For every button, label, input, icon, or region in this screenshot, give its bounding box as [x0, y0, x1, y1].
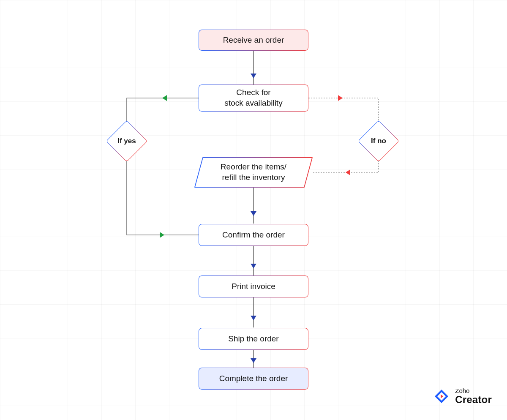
node-check-stock: Check for stock availability: [199, 85, 308, 112]
arrow-down-icon: [251, 264, 256, 268]
node-label: Reorder the items/ refill the inventory: [194, 157, 313, 188]
zoho-creator-logo-icon: [433, 388, 450, 405]
arrow-down-icon: [251, 358, 256, 363]
brand-bottom-text: Creator: [455, 394, 492, 405]
decision-if-yes: If yes: [106, 121, 147, 161]
node-receive-order: Receive an order: [199, 30, 308, 51]
node-label: Ship the order: [228, 334, 278, 344]
node-print-invoice: Print invoice: [199, 275, 308, 297]
arrow-down-icon: [251, 211, 256, 216]
arrow-left-icon: [162, 95, 167, 101]
node-label: Confirm the order: [222, 230, 285, 240]
arrow-right-icon: [160, 232, 164, 238]
arrow-left-icon: [346, 169, 350, 175]
node-reorder-inventory: Reorder the items/ refill the inventory: [194, 157, 313, 188]
node-label: Complete the order: [219, 374, 288, 384]
decision-label: If no: [358, 121, 399, 161]
decision-label: If yes: [106, 121, 147, 161]
node-ship-order: Ship the order: [199, 328, 308, 350]
node-label: Check for stock availability: [224, 87, 282, 108]
connectors: [0, 0, 507, 420]
node-label: Print invoice: [232, 281, 275, 292]
flowchart-canvas: Receive an order Check for stock availab…: [0, 0, 507, 420]
arrow-down-icon: [251, 316, 256, 320]
arrow-right-icon: [338, 95, 343, 101]
node-label: Receive an order: [223, 35, 284, 46]
branding: Zoho Creator: [433, 387, 492, 405]
node-confirm-order: Confirm the order: [199, 224, 308, 246]
node-complete-order: Complete the order: [199, 368, 308, 390]
brand-top-text: Zoho: [455, 387, 492, 394]
arrow-down-icon: [251, 74, 256, 78]
decision-if-no: If no: [358, 121, 399, 161]
